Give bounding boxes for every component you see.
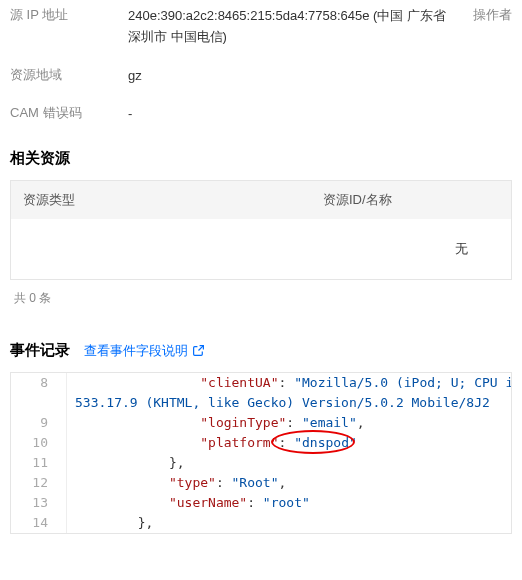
label-operator: 操作者 — [473, 6, 512, 24]
code-content: 533.17.9 (KHTML, like Gecko) Version/5.0… — [67, 393, 490, 413]
code-line: 11 }, — [11, 453, 511, 473]
code-content: "type": "Root", — [67, 473, 286, 493]
code-content: }, — [67, 453, 185, 473]
line-number: 13 — [11, 493, 67, 513]
section-resources: 相关资源 资源类型 资源ID/名称 无 共 0 条 — [0, 149, 522, 317]
code-content: "platform": "dnspod" — [67, 433, 357, 453]
line-number — [11, 393, 67, 413]
label-source-ip: 源 IP 地址 — [10, 6, 128, 24]
line-number: 9 — [11, 413, 67, 433]
row-cam-error: CAM 错误码 - — [10, 104, 512, 125]
section-events: 事件记录 查看事件字段说明 8 "clientUA": "Mozilla/5.0… — [0, 341, 522, 534]
line-number: 8 — [11, 373, 67, 393]
line-number: 11 — [11, 453, 67, 473]
resources-empty: 无 — [23, 240, 499, 258]
code-content: "clientUA": "Mozilla/5.0 (iPod; U; CPU i… — [67, 373, 511, 393]
resources-pager: 共 0 条 — [10, 280, 512, 317]
event-json-viewer[interactable]: 8 "clientUA": "Mozilla/5.0 (iPod; U; CPU… — [10, 372, 512, 534]
events-doc-link-label: 查看事件字段说明 — [84, 342, 188, 360]
external-link-icon — [192, 344, 205, 357]
code-line: 10 "platform": "dnspod" — [11, 433, 511, 453]
code-line: 8 "clientUA": "Mozilla/5.0 (iPod; U; CPU… — [11, 373, 511, 393]
resources-title: 相关资源 — [10, 149, 512, 168]
resources-body: 无 — [11, 219, 511, 279]
events-title: 事件记录 — [10, 341, 70, 360]
code-content: "loginType": "email", — [67, 413, 365, 433]
detail-table: 源 IP 地址 240e:390:a2c2:8465:215:5da4:7758… — [0, 0, 522, 125]
code-content: }, — [67, 513, 153, 533]
line-number: 12 — [11, 473, 67, 493]
events-title-row: 事件记录 查看事件字段说明 — [10, 341, 512, 360]
label-region: 资源地域 — [10, 66, 128, 84]
th-resource-id: 资源ID/名称 — [311, 181, 511, 219]
line-number: 10 — [11, 433, 67, 453]
code-line: 14 }, — [11, 513, 511, 533]
value-region: gz — [128, 66, 512, 87]
row-source-ip: 源 IP 地址 240e:390:a2c2:8465:215:5da4:7758… — [10, 6, 512, 48]
label-cam-error: CAM 错误码 — [10, 104, 128, 122]
th-resource-type: 资源类型 — [11, 181, 311, 219]
code-line: 13 "userName": "root" — [11, 493, 511, 513]
events-doc-link[interactable]: 查看事件字段说明 — [84, 342, 205, 360]
code-line: 12 "type": "Root", — [11, 473, 511, 493]
line-number: 14 — [11, 513, 67, 533]
value-cam-error: - — [128, 104, 512, 125]
code-line: 9 "loginType": "email", — [11, 413, 511, 433]
resources-header: 资源类型 资源ID/名称 — [11, 181, 511, 219]
code-content: "userName": "root" — [67, 493, 310, 513]
code-line: 533.17.9 (KHTML, like Gecko) Version/5.0… — [11, 393, 511, 413]
resources-table: 资源类型 资源ID/名称 无 — [10, 180, 512, 280]
row-region: 资源地域 gz — [10, 66, 512, 87]
value-source-ip: 240e:390:a2c2:8465:215:5da4:7758:645e (中… — [128, 6, 461, 48]
